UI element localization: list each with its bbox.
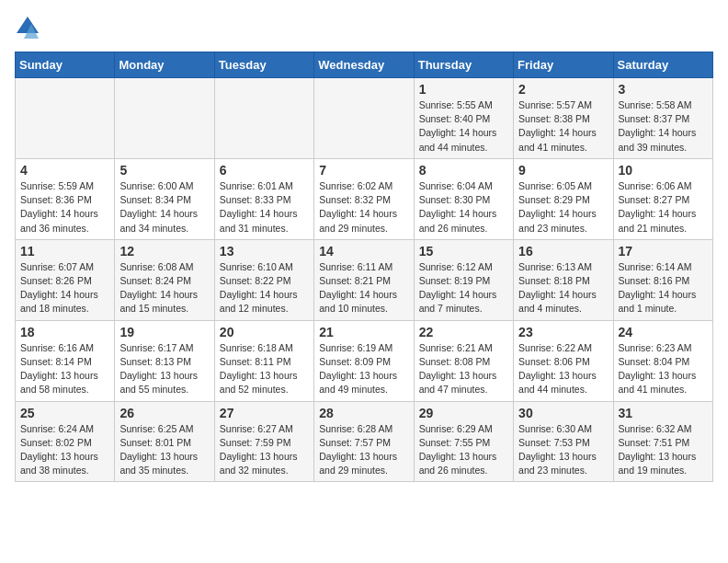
calendar-cell: 20Sunrise: 6:18 AM Sunset: 8:11 PM Dayli…	[214, 320, 313, 401]
day-number: 30	[518, 406, 608, 420]
calendar-week-row: 4Sunrise: 5:59 AM Sunset: 8:36 PM Daylig…	[16, 158, 713, 239]
day-number: 6	[220, 163, 309, 178]
day-number: 14	[319, 244, 408, 259]
day-number: 20	[220, 325, 309, 339]
day-info: Sunrise: 6:16 AM Sunset: 8:14 PM Dayligh…	[20, 341, 109, 397]
day-info: Sunrise: 6:24 AM Sunset: 8:02 PM Dayligh…	[20, 422, 109, 478]
calendar-cell: 25Sunrise: 6:24 AM Sunset: 8:02 PM Dayli…	[16, 401, 115, 482]
day-header: Wednesday	[314, 52, 414, 78]
calendar-cell: 17Sunrise: 6:14 AM Sunset: 8:16 PM Dayli…	[613, 239, 712, 320]
day-info: Sunrise: 6:14 AM Sunset: 8:16 PM Dayligh…	[619, 260, 708, 316]
calendar-cell: 11Sunrise: 6:07 AM Sunset: 8:26 PM Dayli…	[16, 239, 115, 320]
calendar-cell: 12Sunrise: 6:08 AM Sunset: 8:24 PM Dayli…	[115, 239, 214, 320]
day-number: 17	[619, 244, 708, 259]
day-info: Sunrise: 6:25 AM Sunset: 8:01 PM Dayligh…	[119, 422, 209, 478]
day-info: Sunrise: 6:32 AM Sunset: 7:51 PM Dayligh…	[619, 422, 708, 478]
day-info: Sunrise: 6:17 AM Sunset: 8:13 PM Dayligh…	[119, 341, 209, 397]
day-number: 22	[419, 325, 508, 339]
logo-icon	[15, 15, 40, 40]
calendar-cell: 22Sunrise: 6:21 AM Sunset: 8:08 PM Dayli…	[414, 320, 513, 401]
day-number: 5	[119, 163, 209, 178]
day-number: 1	[419, 82, 508, 97]
calendar-cell: 29Sunrise: 6:29 AM Sunset: 7:55 PM Dayli…	[414, 401, 513, 482]
day-info: Sunrise: 6:05 AM Sunset: 8:29 PM Dayligh…	[518, 179, 608, 236]
calendar-cell: 19Sunrise: 6:17 AM Sunset: 8:13 PM Dayli…	[115, 320, 214, 401]
day-number: 18	[20, 325, 109, 339]
day-info: Sunrise: 5:59 AM Sunset: 8:36 PM Dayligh…	[20, 179, 109, 236]
day-info: Sunrise: 6:00 AM Sunset: 8:34 PM Dayligh…	[119, 179, 209, 236]
day-info: Sunrise: 6:01 AM Sunset: 8:33 PM Dayligh…	[220, 179, 309, 236]
day-info: Sunrise: 6:22 AM Sunset: 8:06 PM Dayligh…	[518, 341, 608, 397]
day-info: Sunrise: 5:57 AM Sunset: 8:38 PM Dayligh…	[518, 98, 608, 155]
calendar-cell	[16, 78, 115, 159]
calendar-cell: 16Sunrise: 6:13 AM Sunset: 8:18 PM Dayli…	[514, 239, 613, 320]
day-number: 31	[619, 406, 708, 420]
calendar-cell: 28Sunrise: 6:28 AM Sunset: 7:57 PM Dayli…	[314, 401, 414, 482]
day-header: Thursday	[414, 52, 513, 78]
day-number: 21	[319, 325, 408, 339]
day-number: 24	[619, 325, 708, 339]
calendar-cell: 14Sunrise: 6:11 AM Sunset: 8:21 PM Dayli…	[314, 239, 414, 320]
calendar-cell: 7Sunrise: 6:02 AM Sunset: 8:32 PM Daylig…	[314, 158, 414, 239]
day-number: 23	[518, 325, 608, 339]
day-number: 13	[220, 244, 309, 259]
calendar-cell: 21Sunrise: 6:19 AM Sunset: 8:09 PM Dayli…	[314, 320, 414, 401]
day-number: 3	[619, 82, 708, 97]
day-number: 2	[518, 82, 608, 97]
calendar-week-row: 18Sunrise: 6:16 AM Sunset: 8:14 PM Dayli…	[16, 320, 713, 401]
calendar-cell: 8Sunrise: 6:04 AM Sunset: 8:30 PM Daylig…	[414, 158, 513, 239]
day-info: Sunrise: 6:07 AM Sunset: 8:26 PM Dayligh…	[20, 260, 109, 316]
day-info: Sunrise: 6:21 AM Sunset: 8:08 PM Dayligh…	[419, 341, 508, 397]
day-header: Tuesday	[214, 52, 313, 78]
calendar-cell: 4Sunrise: 5:59 AM Sunset: 8:36 PM Daylig…	[16, 158, 115, 239]
day-info: Sunrise: 6:23 AM Sunset: 8:04 PM Dayligh…	[619, 341, 708, 397]
day-info: Sunrise: 6:04 AM Sunset: 8:30 PM Dayligh…	[419, 179, 508, 236]
day-number: 10	[619, 163, 708, 178]
day-number: 15	[419, 244, 508, 259]
calendar-cell	[214, 78, 313, 159]
day-info: Sunrise: 6:06 AM Sunset: 8:27 PM Dayligh…	[619, 179, 708, 236]
day-info: Sunrise: 6:29 AM Sunset: 7:55 PM Dayligh…	[419, 422, 508, 478]
calendar-cell	[115, 78, 214, 159]
day-number: 11	[20, 244, 109, 259]
calendar-week-row: 1Sunrise: 5:55 AM Sunset: 8:40 PM Daylig…	[16, 78, 713, 159]
calendar-cell: 10Sunrise: 6:06 AM Sunset: 8:27 PM Dayli…	[613, 158, 712, 239]
header-row: SundayMondayTuesdayWednesdayThursdayFrid…	[16, 52, 713, 78]
day-number: 26	[119, 406, 209, 420]
calendar-cell: 27Sunrise: 6:27 AM Sunset: 7:59 PM Dayli…	[214, 401, 313, 482]
day-info: Sunrise: 6:28 AM Sunset: 7:57 PM Dayligh…	[319, 422, 408, 478]
calendar-cell: 30Sunrise: 6:30 AM Sunset: 7:53 PM Dayli…	[514, 401, 613, 482]
day-number: 16	[518, 244, 608, 259]
day-info: Sunrise: 6:27 AM Sunset: 7:59 PM Dayligh…	[220, 422, 309, 478]
day-info: Sunrise: 5:58 AM Sunset: 8:37 PM Dayligh…	[619, 98, 708, 155]
calendar-cell: 5Sunrise: 6:00 AM Sunset: 8:34 PM Daylig…	[115, 158, 214, 239]
calendar-week-row: 25Sunrise: 6:24 AM Sunset: 8:02 PM Dayli…	[16, 401, 713, 482]
day-info: Sunrise: 6:19 AM Sunset: 8:09 PM Dayligh…	[319, 341, 408, 397]
calendar-cell: 26Sunrise: 6:25 AM Sunset: 8:01 PM Dayli…	[115, 401, 214, 482]
day-info: Sunrise: 6:08 AM Sunset: 8:24 PM Dayligh…	[119, 260, 209, 316]
calendar-cell: 13Sunrise: 6:10 AM Sunset: 8:22 PM Dayli…	[214, 239, 313, 320]
day-number: 7	[319, 163, 408, 178]
calendar-cell: 18Sunrise: 6:16 AM Sunset: 8:14 PM Dayli…	[16, 320, 115, 401]
calendar-cell: 6Sunrise: 6:01 AM Sunset: 8:33 PM Daylig…	[214, 158, 313, 239]
day-info: Sunrise: 6:30 AM Sunset: 7:53 PM Dayligh…	[518, 422, 608, 478]
day-number: 12	[119, 244, 209, 259]
day-number: 25	[20, 406, 109, 420]
day-number: 19	[119, 325, 209, 339]
day-info: Sunrise: 6:10 AM Sunset: 8:22 PM Dayligh…	[220, 260, 309, 316]
day-header: Friday	[514, 52, 613, 78]
svg-marker-0	[17, 17, 39, 33]
calendar-table: SundayMondayTuesdayWednesdayThursdayFrid…	[15, 52, 713, 482]
day-info: Sunrise: 6:13 AM Sunset: 8:18 PM Dayligh…	[518, 260, 608, 316]
day-info: Sunrise: 6:02 AM Sunset: 8:32 PM Dayligh…	[319, 179, 408, 236]
day-header: Monday	[115, 52, 214, 78]
day-info: Sunrise: 6:18 AM Sunset: 8:11 PM Dayligh…	[220, 341, 309, 397]
day-number: 29	[419, 406, 508, 420]
day-number: 27	[220, 406, 309, 420]
day-number: 8	[419, 163, 508, 178]
day-header: Saturday	[613, 52, 712, 78]
day-info: Sunrise: 6:11 AM Sunset: 8:21 PM Dayligh…	[319, 260, 408, 316]
calendar-body: 1Sunrise: 5:55 AM Sunset: 8:40 PM Daylig…	[16, 78, 713, 482]
day-info: Sunrise: 5:55 AM Sunset: 8:40 PM Dayligh…	[419, 98, 508, 155]
calendar-cell: 23Sunrise: 6:22 AM Sunset: 8:06 PM Dayli…	[514, 320, 613, 401]
